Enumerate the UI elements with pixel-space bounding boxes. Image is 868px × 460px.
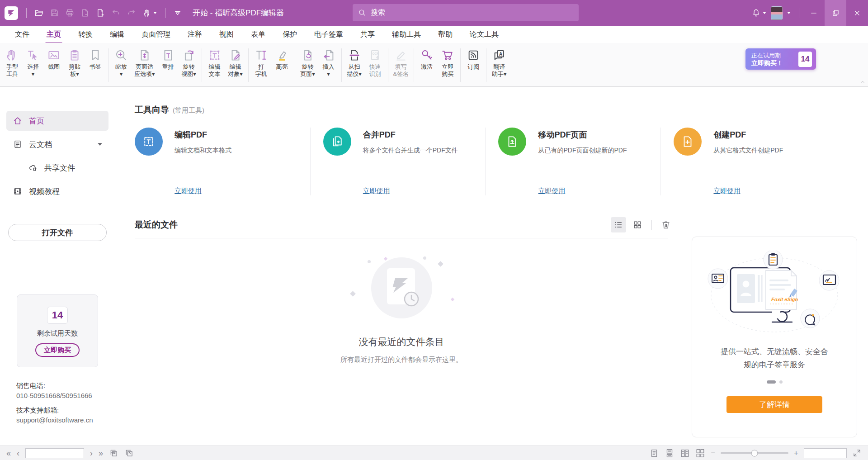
facing-view-button[interactable] xyxy=(680,448,690,458)
highlight-button[interactable]: 高亮 xyxy=(272,45,292,85)
avatar[interactable] xyxy=(771,6,783,20)
support-email-address[interactable]: support@foxitsoftware.cn xyxy=(16,415,115,425)
use-now-link[interactable]: 立即使用 xyxy=(363,187,390,195)
notifications-button[interactable] xyxy=(749,5,763,21)
close-button[interactable] xyxy=(846,0,868,26)
clear-recent-button[interactable] xyxy=(658,217,674,232)
first-page-button[interactable]: « xyxy=(6,449,11,457)
menu-edit[interactable]: 编辑 xyxy=(101,26,133,43)
save-button[interactable] xyxy=(47,5,61,21)
menu-file[interactable]: 文件 xyxy=(6,26,38,43)
fill-sign-button[interactable]: 填写&签名 xyxy=(391,45,412,85)
edit-text-button[interactable]: 编辑文本 xyxy=(204,45,225,85)
bookmark-button[interactable]: 书签 xyxy=(85,45,106,85)
grid-view-button[interactable] xyxy=(630,217,645,232)
from-scanner-button[interactable]: 从扫描仪▾ xyxy=(344,45,365,85)
menu-page-management[interactable]: 页面管理 xyxy=(133,26,179,43)
card-merge-pdf[interactable]: 合并PDF 将多个文件合并生成一个PDF文件 立即使用 xyxy=(310,128,486,195)
page-number-input[interactable] xyxy=(26,449,111,458)
card-move-pdf-pages[interactable]: 移动PDF页面 从已有的PDF页面创建新的PDF 立即使用 xyxy=(485,128,660,195)
clipboard-button[interactable]: 剪贴板▾ xyxy=(64,45,85,85)
page-fit-options-button[interactable]: 页面适应选项▾ xyxy=(132,45,158,85)
collapse-ribbon-button[interactable] xyxy=(171,5,184,21)
edit-object-button[interactable]: 编辑对象▾ xyxy=(225,45,246,85)
chevron-down-icon[interactable] xyxy=(787,12,791,14)
menu-form[interactable]: 表单 xyxy=(242,26,274,43)
continuous-view-button[interactable] xyxy=(665,448,675,458)
restore-button[interactable] xyxy=(825,0,846,26)
rotate-pages-button[interactable]: 旋转页面▾ xyxy=(297,45,318,85)
previous-view-button[interactable] xyxy=(109,448,118,458)
chevron-down-icon[interactable] xyxy=(98,143,102,146)
sidebar-item-shared-files[interactable]: 共享文件 xyxy=(6,158,108,178)
search-input[interactable] xyxy=(371,9,573,17)
zoom-slider-thumb[interactable] xyxy=(751,450,758,456)
previous-page-button[interactable]: ‹ xyxy=(17,449,19,457)
ribbon-scroll-up-icon[interactable] xyxy=(860,79,865,85)
menu-esign[interactable]: 电子签章 xyxy=(306,26,352,43)
menu-convert[interactable]: 转换 xyxy=(70,26,101,43)
page-number-combo[interactable] xyxy=(25,448,84,458)
buy-now-sidebar-button[interactable]: 立即购买 xyxy=(35,343,80,357)
zoom-in-button[interactable]: + xyxy=(794,449,798,458)
hand-tool-button[interactable]: 手型工具 xyxy=(2,45,23,85)
foxit-logo-icon xyxy=(5,6,18,20)
menu-view[interactable]: 视图 xyxy=(211,26,242,43)
menu-accessibility[interactable]: 辅助工具 xyxy=(383,26,429,43)
rotate-view-button[interactable]: 旋转视图▾ xyxy=(179,45,199,85)
menu-comment[interactable]: 注释 xyxy=(179,26,211,43)
menu-help[interactable]: 帮助 xyxy=(429,26,461,43)
reflow-button[interactable]: 重排 xyxy=(158,45,179,85)
use-now-link[interactable]: 立即使用 xyxy=(175,187,202,195)
quick-ocr-button[interactable]: OCR 快速识别 xyxy=(365,45,386,85)
next-page-button[interactable]: › xyxy=(90,449,93,457)
trial-banner[interactable]: 正在试用期 立即购买！ 14 xyxy=(745,48,816,70)
fullscreen-button[interactable] xyxy=(852,448,862,458)
zoom-slider[interactable] xyxy=(721,452,788,454)
print-button[interactable] xyxy=(63,5,76,21)
open-file-sidebar-button[interactable]: 打开文件 xyxy=(8,224,107,241)
carousel-dot-active[interactable] xyxy=(767,380,776,384)
last-page-button[interactable]: » xyxy=(99,449,103,457)
subscribe-button[interactable]: 订阅 xyxy=(463,45,484,85)
undo-button[interactable] xyxy=(109,5,123,21)
next-view-button[interactable] xyxy=(124,448,134,458)
menu-home[interactable]: 主页 xyxy=(38,26,70,43)
sidebar-item-video-tutorials[interactable]: 视频教程 xyxy=(6,181,108,201)
create-pdf-icon xyxy=(674,128,702,156)
zoom-level-combo[interactable] xyxy=(804,448,847,458)
learn-more-button[interactable]: 了解详情 xyxy=(726,396,822,413)
use-now-link[interactable]: 立即使用 xyxy=(538,187,565,195)
insert-pages-button[interactable]: 插入▾ xyxy=(318,45,339,85)
delete-pages-button[interactable] xyxy=(78,5,92,21)
sidebar-item-cloud-docs[interactable]: 云文档 xyxy=(6,134,108,154)
single-page-view-button[interactable] xyxy=(649,448,659,458)
chevron-down-icon[interactable] xyxy=(763,12,766,14)
new-document-button[interactable] xyxy=(94,5,107,21)
menu-share[interactable]: 共享 xyxy=(352,26,383,43)
card-edit-pdf[interactable]: 编辑PDF 编辑文档和文本格式 立即使用 xyxy=(135,128,310,195)
card-create-pdf[interactable]: 创建PDF 从其它格式文件创建PDF 立即使用 xyxy=(660,128,850,195)
menu-paper-tools[interactable]: 论文工具 xyxy=(461,26,507,43)
list-view-button[interactable] xyxy=(611,217,626,232)
sidebar-item-home[interactable]: 首页 xyxy=(6,111,108,131)
redo-button[interactable] xyxy=(124,5,138,21)
zoom-button[interactable]: 缩放▾ xyxy=(111,45,132,85)
use-now-link[interactable]: 立即使用 xyxy=(713,187,741,195)
open-file-button[interactable] xyxy=(32,5,46,21)
search-box[interactable] xyxy=(353,4,579,21)
buy-now-button[interactable]: 立即购买 xyxy=(437,45,458,85)
translate-assistant-button[interactable]: A 翻译助手▾ xyxy=(489,45,509,85)
select-tool-button[interactable]: 选择▾ xyxy=(23,45,43,85)
minimize-button[interactable] xyxy=(803,0,825,26)
hand-tool-quick-button[interactable] xyxy=(140,5,160,21)
snapshot-button[interactable]: 截图 xyxy=(43,45,64,85)
activate-button[interactable]: 激活 xyxy=(416,45,437,85)
facing-continuous-view-button[interactable] xyxy=(695,448,705,458)
svg-text:Foxit eSign: Foxit eSign xyxy=(771,297,798,302)
decoration-diamond xyxy=(384,257,387,261)
menu-protect[interactable]: 保护 xyxy=(274,26,306,43)
typewriter-button[interactable]: 打字机 xyxy=(251,45,272,85)
zoom-out-button[interactable]: − xyxy=(711,449,715,458)
carousel-dot[interactable] xyxy=(779,380,783,384)
